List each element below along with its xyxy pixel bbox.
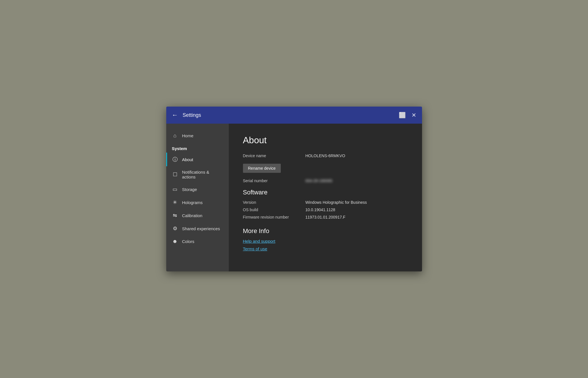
- colors-icon: ☻: [172, 238, 178, 244]
- sidebar-label-about: About: [182, 157, 193, 162]
- sidebar: ⌂ Home System ⓘ About ☐ Notifications & …: [166, 124, 229, 271]
- sidebar-item-notifications[interactable]: ☐ Notifications & actions: [166, 166, 229, 183]
- notifications-icon: ☐: [172, 171, 178, 178]
- sidebar-label-home: Home: [182, 133, 194, 138]
- sidebar-item-shared[interactable]: ⚙ Shared experiences: [166, 222, 229, 235]
- os-build-label: OS build: [243, 207, 306, 212]
- window-snap-button[interactable]: ⬜: [399, 112, 406, 119]
- version-value: Windows Holographic for Business: [306, 200, 367, 205]
- terms-of-use-link[interactable]: Terms of use: [243, 246, 408, 251]
- sidebar-label-holograms: Holograms: [182, 200, 203, 205]
- back-button[interactable]: ←: [172, 112, 178, 118]
- titlebar-right: ⬜ ✕: [399, 112, 416, 119]
- shared-icon: ⚙: [172, 225, 178, 232]
- device-name-value: HOLOLENS-6RMKVO: [306, 153, 345, 158]
- sidebar-item-calibration[interactable]: ⇋ Calibration: [166, 209, 229, 222]
- version-label: Version: [243, 200, 306, 205]
- device-name-label: Device name: [243, 153, 306, 158]
- sidebar-label-calibration: Calibration: [182, 213, 203, 218]
- sidebar-label-shared: Shared experiences: [182, 226, 220, 231]
- sidebar-item-colors[interactable]: ☻ Colors: [166, 235, 229, 248]
- version-row: Version Windows Holographic for Business: [243, 200, 408, 205]
- firmware-label: Firmware revision number: [243, 215, 306, 219]
- titlebar-title: Settings: [183, 112, 201, 118]
- page-title: About: [243, 135, 408, 146]
- titlebar-left: ← Settings: [172, 112, 201, 118]
- firmware-value: 11973.01.01.200917.F: [306, 215, 346, 219]
- content-area: About Device name HOLOLENS-6RMKVO Rename…: [229, 124, 422, 271]
- help-and-support-link[interactable]: Help and support: [243, 239, 408, 244]
- rename-device-button[interactable]: Rename device: [243, 164, 281, 173]
- firmware-row: Firmware revision number 11973.01.01.200…: [243, 215, 408, 219]
- os-build-value: 10.0.19041.1128: [306, 207, 335, 212]
- sidebar-section-system: System: [166, 142, 229, 153]
- settings-window: ← Settings ⬜ ✕ ⌂ Home System ⓘ About ☐ N…: [166, 107, 422, 271]
- more-info-heading: More Info: [243, 227, 408, 235]
- serial-number-label: Serial number: [243, 178, 306, 183]
- serial-number-value: 004-29-190065: [306, 178, 333, 183]
- os-build-row: OS build 10.0.19041.1128: [243, 207, 408, 212]
- sidebar-label-colors: Colors: [182, 239, 194, 244]
- sidebar-item-home[interactable]: ⌂ Home: [166, 129, 229, 142]
- sidebar-label-notifications: Notifications & actions: [182, 170, 223, 179]
- software-heading: Software: [243, 189, 408, 196]
- home-icon: ⌂: [172, 133, 178, 139]
- device-name-row: Device name HOLOLENS-6RMKVO: [243, 153, 408, 158]
- serial-number-row: Serial number 004-29-190065: [243, 178, 408, 183]
- storage-icon: ▭: [172, 186, 178, 192]
- sidebar-item-about[interactable]: ⓘ About: [166, 153, 229, 166]
- sidebar-item-holograms[interactable]: ✳ Holograms: [166, 196, 229, 209]
- holograms-icon: ✳: [172, 199, 178, 205]
- sidebar-item-storage[interactable]: ▭ Storage: [166, 183, 229, 196]
- close-button[interactable]: ✕: [412, 112, 416, 119]
- calibration-icon: ⇋: [172, 212, 178, 219]
- titlebar: ← Settings ⬜ ✕: [166, 107, 422, 124]
- info-icon: ⓘ: [172, 156, 178, 163]
- main-area: ⌂ Home System ⓘ About ☐ Notifications & …: [166, 124, 422, 271]
- sidebar-label-storage: Storage: [182, 187, 197, 192]
